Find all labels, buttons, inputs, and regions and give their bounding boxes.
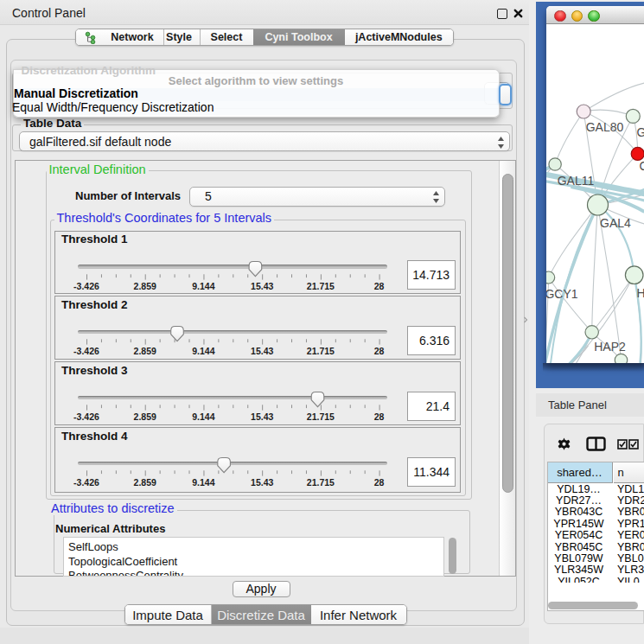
svg-text:H: H — [636, 286, 644, 300]
svg-text:GAL4: GAL4 — [600, 216, 631, 230]
svg-text:GAL80: GAL80 — [585, 120, 623, 134]
svg-text:GA: GA — [636, 125, 644, 139]
svg-text:C: C — [639, 159, 644, 173]
svg-text:GAL11: GAL11 — [557, 174, 594, 188]
svg-text:HAP2: HAP2 — [594, 340, 626, 354]
svg-text:GCY1: GCY1 — [546, 287, 578, 301]
